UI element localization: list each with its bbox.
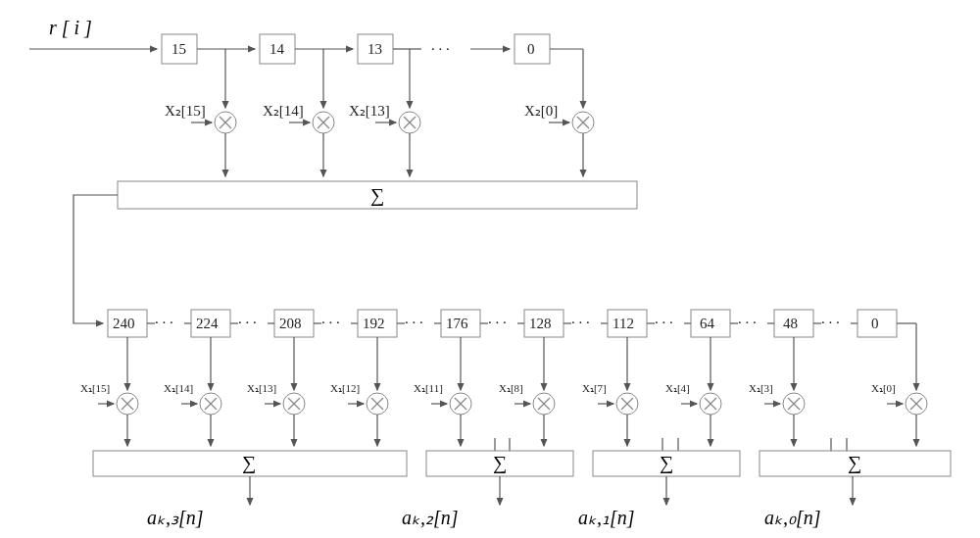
mult-top-0 bbox=[215, 112, 236, 133]
feed-stage1-to-stage2 bbox=[74, 195, 118, 323]
dots-b-3: · · · bbox=[405, 315, 423, 330]
dots-b-1: · · · bbox=[238, 315, 257, 330]
coeff-top-3: X₂[0] bbox=[524, 103, 558, 119]
svg-text:112: 112 bbox=[612, 316, 634, 331]
top-reg-2: 13 bbox=[358, 34, 393, 64]
mult-bot-4 bbox=[450, 393, 471, 415]
svg-text:192: 192 bbox=[363, 316, 385, 331]
bot-reg-0: 240 bbox=[108, 310, 147, 337]
mult-bot-2 bbox=[283, 393, 305, 415]
svg-text:176: 176 bbox=[446, 316, 468, 331]
svg-text:240: 240 bbox=[113, 316, 135, 331]
svg-text:0: 0 bbox=[871, 316, 879, 331]
top-reg-3: 0 bbox=[514, 34, 550, 64]
mult-bot-5 bbox=[533, 393, 555, 415]
bot-reg-7: 64 bbox=[691, 310, 730, 337]
svg-text:0: 0 bbox=[527, 41, 535, 57]
svg-text:∑: ∑ bbox=[848, 452, 861, 474]
bot-reg-5: 128 bbox=[524, 310, 564, 337]
dots-b-0: · · · bbox=[155, 315, 173, 330]
coeff-bot-1: X₁[14] bbox=[164, 382, 193, 394]
coeff-bot-7: X₁[4] bbox=[665, 382, 690, 394]
svg-text:208: 208 bbox=[279, 316, 302, 331]
svg-text:∑: ∑ bbox=[660, 452, 673, 474]
bot-reg-3: 192 bbox=[358, 310, 397, 337]
svg-text:224: 224 bbox=[196, 316, 219, 331]
dots-b-4: · · · bbox=[488, 315, 507, 330]
coeff-top-0: X₂[15] bbox=[165, 103, 206, 119]
dots-b-6: · · · bbox=[655, 315, 673, 330]
despreader-diagram: r [ i ] 15 14 13 · · · 0 X₂[15] X₂[14] X… bbox=[0, 0, 980, 538]
mult-bot-3 bbox=[367, 393, 388, 415]
coeff-bot-3: X₁[12] bbox=[330, 382, 360, 394]
coeff-top-2: X₂[13] bbox=[349, 103, 390, 119]
svg-text:15: 15 bbox=[172, 41, 186, 57]
mult-top-2 bbox=[399, 112, 420, 133]
svg-text:∑: ∑ bbox=[242, 452, 256, 474]
coeff-bot-6: X₁[7] bbox=[582, 382, 607, 394]
mult-bot-8 bbox=[783, 393, 805, 415]
mult-bot-6 bbox=[616, 393, 638, 415]
bot-reg-2: 208 bbox=[274, 310, 314, 337]
mult-bot-1 bbox=[200, 393, 221, 415]
mult-bot-7 bbox=[700, 393, 721, 415]
coeff-bot-5: X₁[8] bbox=[499, 382, 523, 394]
svg-text:48: 48 bbox=[783, 316, 798, 331]
svg-text:64: 64 bbox=[700, 316, 715, 331]
coeff-bot-8: X₁[3] bbox=[749, 382, 773, 394]
output-1: aₖ,₁[n] bbox=[578, 507, 635, 528]
mult-top-1 bbox=[313, 112, 334, 133]
bot-reg-6: 112 bbox=[608, 310, 647, 337]
top-reg-0: 15 bbox=[162, 34, 197, 64]
output-3: aₖ,₃[n] bbox=[147, 507, 204, 528]
input-label: r [ i ] bbox=[49, 17, 92, 38]
svg-text:128: 128 bbox=[529, 316, 552, 331]
dots-top: · · · bbox=[431, 41, 450, 57]
top-reg-1: 14 bbox=[260, 34, 295, 64]
output-0: aₖ,₀[n] bbox=[764, 507, 821, 528]
dots-b-8: · · · bbox=[821, 315, 840, 330]
svg-text:14: 14 bbox=[270, 41, 285, 57]
bot-reg-4: 176 bbox=[441, 310, 480, 337]
coeff-bot-2: X₁[13] bbox=[247, 382, 276, 394]
bot-reg-9: 0 bbox=[858, 310, 897, 337]
output-2: aₖ,₂[n] bbox=[402, 507, 459, 528]
sum-top-label: ∑ bbox=[370, 184, 384, 207]
bot-reg-8: 48 bbox=[774, 310, 813, 337]
svg-text:∑: ∑ bbox=[493, 452, 507, 474]
coeff-top-1: X₂[14] bbox=[263, 103, 304, 119]
dots-b-2: · · · bbox=[321, 315, 340, 330]
dots-b-7: · · · bbox=[738, 315, 757, 330]
mult-bot-9 bbox=[906, 393, 927, 415]
mult-bot-0 bbox=[117, 393, 138, 415]
bot-reg-1: 224 bbox=[191, 310, 230, 337]
coeff-bot-0: X₁[15] bbox=[80, 382, 110, 394]
coeff-bot-4: X₁[11] bbox=[414, 382, 443, 394]
dots-b-5: · · · bbox=[571, 315, 590, 330]
svg-text:13: 13 bbox=[368, 41, 382, 57]
coeff-bot-9: X₁[0] bbox=[871, 382, 896, 394]
mult-top-3 bbox=[572, 112, 594, 133]
